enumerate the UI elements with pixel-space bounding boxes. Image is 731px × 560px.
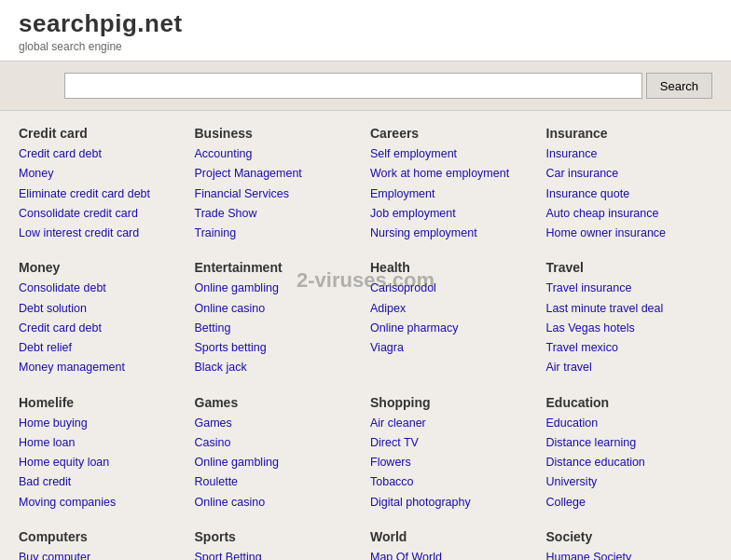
category-link[interactable]: Car insurance xyxy=(546,164,713,184)
category-link[interactable]: Money xyxy=(19,164,186,184)
category-link[interactable]: Distance education xyxy=(546,453,713,472)
category-section: ShoppingAir cleanerDirect TVFlowersTobac… xyxy=(370,395,537,512)
category-title: Society xyxy=(546,529,713,544)
category-link[interactable]: Betting xyxy=(195,319,362,338)
category-link[interactable]: Project Management xyxy=(195,164,362,184)
category-link[interactable]: Training xyxy=(195,224,362,243)
category-section: ComputersBuy computerBuy notebookFind De… xyxy=(19,529,186,560)
category-link[interactable]: Buy computer xyxy=(19,548,186,560)
category-link[interactable]: Home owner insurance xyxy=(546,224,713,243)
category-link[interactable]: Air cleaner xyxy=(370,414,537,433)
category-section: HealthCarisoprodolAdipexOnline pharmacyV… xyxy=(370,260,537,377)
category-title: Entertainment xyxy=(195,260,362,275)
category-title: Education xyxy=(546,395,713,410)
category-link[interactable]: Sports betting xyxy=(195,338,362,358)
category-section: Credit cardCredit card debtMoneyEliminat… xyxy=(19,126,186,243)
category-link[interactable]: Air travel xyxy=(546,358,713,377)
category-link[interactable]: Credit card debt xyxy=(19,319,186,338)
category-link[interactable]: Las Vegas hotels xyxy=(546,319,713,338)
category-link[interactable]: Casino xyxy=(195,433,362,453)
category-link[interactable]: Home loan xyxy=(19,433,186,453)
category-title: Sports xyxy=(195,529,362,544)
category-link[interactable]: Online casino xyxy=(195,493,362,512)
category-link[interactable]: Debt solution xyxy=(19,299,186,319)
category-link[interactable]: Education xyxy=(546,414,713,433)
category-title: Money xyxy=(19,260,186,275)
category-link[interactable]: Employment xyxy=(370,184,537,204)
category-title: Insurance xyxy=(546,126,713,141)
category-link[interactable]: Last minute travel deal xyxy=(546,299,713,319)
category-title: Shopping xyxy=(370,395,537,410)
category-link[interactable]: Auto cheap insurance xyxy=(546,204,713,224)
category-link[interactable]: Work at home employment xyxy=(370,164,537,184)
category-link[interactable]: Home equity loan xyxy=(19,453,186,472)
category-title: Credit card xyxy=(19,126,186,141)
category-link[interactable]: Money management xyxy=(19,358,186,377)
category-title: Games xyxy=(195,395,362,410)
category-link[interactable]: University xyxy=(546,472,713,492)
category-section: SocietyHumane SocietyReligion and Spirit… xyxy=(546,529,713,560)
main-content: Credit cardCredit card debtMoneyEliminat… xyxy=(0,111,731,560)
category-link[interactable]: Accounting xyxy=(195,144,362,164)
category-link[interactable]: Flowers xyxy=(370,453,537,472)
category-link[interactable]: Job employment xyxy=(370,204,537,224)
category-link[interactable]: College xyxy=(546,493,713,512)
category-link[interactable]: Financial Services xyxy=(195,184,362,204)
category-link[interactable]: Home buying xyxy=(19,414,186,433)
category-section: MoneyConsolidate debtDebt solutionCredit… xyxy=(19,260,186,377)
category-link[interactable]: Travel insurance xyxy=(546,279,713,298)
category-link[interactable]: Credit card debt xyxy=(19,144,186,164)
category-link[interactable]: Online gambling xyxy=(195,279,362,298)
site-header: searchpig.net global search engine xyxy=(0,0,731,61)
category-section: WorldMap Of WorldWorld EncyclopediaSearc… xyxy=(370,529,537,560)
category-section: GamesGamesCasinoOnline gamblingRouletteO… xyxy=(195,395,362,512)
category-link[interactable]: Trade Show xyxy=(195,204,362,224)
category-link[interactable]: Insurance quote xyxy=(546,184,713,204)
category-link[interactable]: Consolidate credit card xyxy=(19,204,186,224)
category-link[interactable]: Humane Society xyxy=(546,548,713,560)
category-section: CareersSelf employmentWork at home emplo… xyxy=(370,126,537,243)
category-link[interactable]: Digital photography xyxy=(370,493,537,512)
category-link[interactable]: Map Of World xyxy=(370,548,537,560)
category-title: Health xyxy=(370,260,537,275)
category-link[interactable]: Viagra xyxy=(370,338,537,358)
category-title: Careers xyxy=(370,126,537,141)
category-section: HomelifeHome buyingHome loanHome equity … xyxy=(19,395,186,512)
category-link[interactable]: Sport Betting xyxy=(195,548,362,560)
category-link[interactable]: Online gambling xyxy=(195,453,362,472)
category-link[interactable]: Black jack xyxy=(195,358,362,377)
category-link[interactable]: Insurance xyxy=(546,144,713,164)
category-link[interactable]: Adipex xyxy=(370,299,537,319)
category-title: World xyxy=(370,529,537,544)
category-link[interactable]: Consolidate debt xyxy=(19,279,186,298)
category-link[interactable]: Roulette xyxy=(195,472,362,492)
category-link[interactable]: Online pharmacy xyxy=(370,319,537,338)
category-link[interactable]: Self employment xyxy=(370,144,537,164)
category-title: Homelife xyxy=(19,395,186,410)
site-subtitle: global search engine xyxy=(19,40,712,53)
category-link[interactable]: Distance learning xyxy=(546,433,713,453)
category-section: SportsSport BettingSport TicketsFind Spo… xyxy=(195,529,362,560)
category-link[interactable]: Carisoprodol xyxy=(370,279,537,298)
category-link[interactable]: Travel mexico xyxy=(546,338,713,358)
category-link[interactable]: Debt relief xyxy=(19,338,186,358)
category-section: BusinessAccountingProject ManagementFina… xyxy=(195,126,362,243)
category-link[interactable]: Tobacco xyxy=(370,472,537,492)
category-section: InsuranceInsuranceCar insuranceInsurance… xyxy=(546,126,713,243)
search-button[interactable]: Search xyxy=(646,73,712,99)
category-link[interactable]: Online casino xyxy=(195,299,362,319)
category-section: EntertainmentOnline gamblingOnline casin… xyxy=(195,260,362,377)
search-bar: Search xyxy=(0,61,731,111)
category-title: Travel xyxy=(546,260,713,275)
category-title: Computers xyxy=(19,529,186,544)
category-link[interactable]: Low interest credit card xyxy=(19,224,186,243)
category-link[interactable]: Eliminate credit card debt xyxy=(19,184,186,204)
category-section: TravelTravel insuranceLast minute travel… xyxy=(546,260,713,377)
category-section: EducationEducationDistance learningDista… xyxy=(546,395,713,512)
category-link[interactable]: Moving companies xyxy=(19,493,186,512)
category-link[interactable]: Nursing employment xyxy=(370,224,537,243)
category-link[interactable]: Direct TV xyxy=(370,433,537,453)
search-input[interactable] xyxy=(64,73,642,99)
category-link[interactable]: Games xyxy=(195,414,362,433)
category-link[interactable]: Bad credit xyxy=(19,472,186,492)
